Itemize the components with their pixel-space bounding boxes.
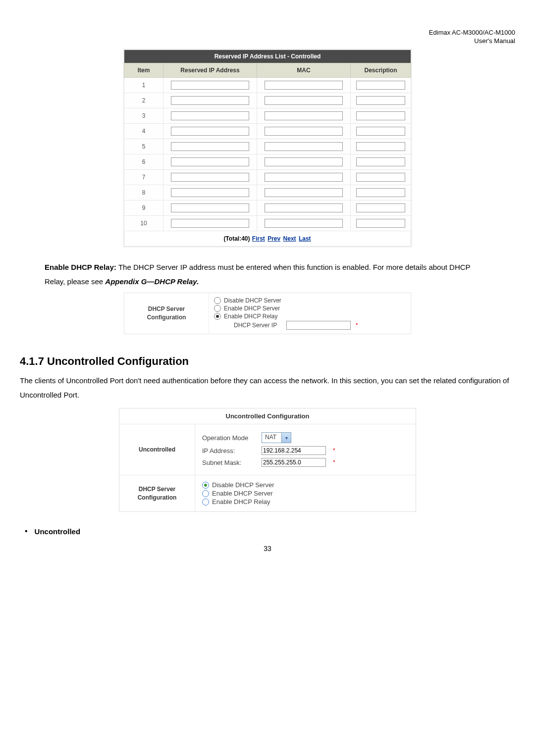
radio-icon bbox=[214, 305, 221, 312]
row-index: 2 bbox=[124, 93, 163, 108]
dhcp-config-options: Disable DHCP Server Enable DHCP Server E… bbox=[195, 475, 416, 512]
dhcp-config-label: DHCP Server Configuration bbox=[119, 475, 195, 512]
pager: (Total:40) First Prev Next Last bbox=[124, 231, 411, 247]
desc-input[interactable] bbox=[356, 203, 405, 212]
ip-input[interactable] bbox=[171, 188, 249, 197]
bullet-item: • Uncontrolled bbox=[25, 527, 515, 536]
dhcp-relay-options: Disable DHCP Server Enable DHCP Server E… bbox=[209, 293, 411, 334]
col-desc: Description bbox=[351, 63, 411, 78]
opmode-select[interactable]: NAT ▾ bbox=[262, 432, 291, 443]
desc-input[interactable] bbox=[356, 219, 405, 228]
dhcp-relay-label: DHCP Server Configuration bbox=[124, 293, 209, 334]
pager-total: (Total:40) bbox=[223, 235, 250, 242]
page-number: 33 bbox=[20, 545, 515, 553]
ip-input[interactable] bbox=[171, 142, 249, 151]
bullet-icon: • bbox=[25, 527, 28, 536]
relay-paragraph: Enable DHCP Relay: The DHCP Server IP ad… bbox=[45, 260, 490, 289]
dhcp-server-ip-label: DHCP Server IP bbox=[234, 322, 283, 329]
ip-input[interactable] bbox=[171, 203, 249, 212]
bullet-text: Uncontrolled bbox=[35, 527, 81, 536]
ip-input[interactable] bbox=[171, 81, 249, 90]
mac-input[interactable] bbox=[265, 96, 343, 105]
row-index: 7 bbox=[124, 170, 163, 185]
pager-first[interactable]: First bbox=[252, 235, 265, 242]
col-mac: MAC bbox=[257, 63, 351, 78]
opmode-label: Operation Mode bbox=[202, 434, 257, 442]
desc-input[interactable] bbox=[356, 127, 405, 136]
radio-enable-relay[interactable]: Enable DHCP Relay bbox=[214, 313, 406, 320]
ip-input[interactable] bbox=[171, 127, 249, 136]
desc-input[interactable] bbox=[356, 96, 405, 105]
row-index: 4 bbox=[124, 124, 163, 139]
row-index: 5 bbox=[124, 139, 163, 154]
doc-header: Edimax AC-M3000/AC-M1000 User's Manual bbox=[429, 29, 515, 46]
row-index: 8 bbox=[124, 185, 163, 201]
dhcp-server-ip-input[interactable] bbox=[286, 321, 351, 330]
relay-appendix: Appendix G—DHCP Relay. bbox=[105, 277, 199, 286]
ip-input[interactable] bbox=[171, 173, 249, 182]
uncontrolled-title: Uncontrolled Configuration bbox=[119, 408, 416, 424]
mac-input[interactable] bbox=[265, 142, 343, 151]
radio-enable-dhcp[interactable]: Enable DHCP Server bbox=[202, 490, 409, 497]
ip-input[interactable] bbox=[171, 111, 249, 120]
manual-label: User's Manual bbox=[429, 37, 515, 46]
radio-disable-dhcp[interactable]: Disable DHCP Server bbox=[202, 481, 409, 489]
mask-input[interactable] bbox=[262, 458, 326, 467]
desc-input[interactable] bbox=[356, 188, 405, 197]
desc-input[interactable] bbox=[356, 173, 405, 182]
mac-input[interactable] bbox=[265, 203, 343, 212]
chevron-down-icon: ▾ bbox=[281, 433, 291, 443]
reserved-ip-table: Reserved IP Address List - Controlled It… bbox=[124, 50, 411, 247]
opmode-value: NAT bbox=[262, 433, 281, 443]
pager-next[interactable]: Next bbox=[283, 235, 296, 242]
ip-input[interactable] bbox=[171, 157, 249, 166]
col-item: Item bbox=[124, 63, 163, 78]
product-name: Edimax AC-M3000/AC-M1000 bbox=[429, 29, 515, 37]
ip-input[interactable] bbox=[171, 219, 249, 228]
section-paragraph: The clients of Uncontrolled Port don't n… bbox=[20, 374, 515, 402]
row-index: 3 bbox=[124, 108, 163, 124]
desc-input[interactable] bbox=[356, 157, 405, 166]
ip-input[interactable] bbox=[171, 96, 249, 105]
dhcp-relay-panel: DHCP Server Configuration Disable DHCP S… bbox=[124, 293, 411, 334]
row-index: 9 bbox=[124, 201, 163, 216]
mac-input[interactable] bbox=[265, 173, 343, 182]
row-index: 1 bbox=[124, 78, 163, 93]
radio-icon bbox=[202, 499, 209, 505]
required-star: * bbox=[333, 459, 335, 466]
desc-input[interactable] bbox=[356, 111, 405, 120]
relay-lead: Enable DHCP Relay: bbox=[45, 263, 118, 271]
desc-input[interactable] bbox=[356, 142, 405, 151]
uncontrolled-row-label: Uncontrolled bbox=[119, 424, 195, 475]
row-index: 6 bbox=[124, 154, 163, 170]
radio-enable-dhcp[interactable]: Enable DHCP Server bbox=[214, 305, 406, 312]
mac-input[interactable] bbox=[265, 157, 343, 166]
radio-disable-dhcp[interactable]: Disable DHCP Server bbox=[214, 297, 406, 304]
row-index: 10 bbox=[124, 216, 163, 231]
uncontrolled-settings: Operation Mode NAT ▾ IP Address: * Subne… bbox=[195, 424, 416, 475]
uncontrolled-panel: Uncontrolled Configuration Uncontrolled … bbox=[119, 408, 416, 512]
mac-input[interactable] bbox=[265, 188, 343, 197]
pager-prev[interactable]: Prev bbox=[268, 235, 280, 242]
dhcp-server-ip-row: DHCP Server IP * bbox=[234, 321, 406, 330]
desc-input[interactable] bbox=[356, 81, 405, 90]
mac-input[interactable] bbox=[265, 219, 343, 228]
mac-input[interactable] bbox=[265, 127, 343, 136]
reserved-title: Reserved IP Address List - Controlled bbox=[124, 50, 411, 63]
radio-icon bbox=[202, 490, 209, 497]
mac-input[interactable] bbox=[265, 111, 343, 120]
col-ip: Reserved IP Address bbox=[163, 63, 257, 78]
radio-icon bbox=[214, 313, 221, 320]
ip-label: IP Address: bbox=[202, 447, 257, 454]
radio-icon bbox=[214, 297, 221, 304]
radio-enable-relay[interactable]: Enable DHCP Relay bbox=[202, 498, 409, 505]
required-star: * bbox=[333, 447, 335, 454]
mac-input[interactable] bbox=[265, 81, 343, 90]
ip-input[interactable] bbox=[262, 446, 326, 455]
pager-last[interactable]: Last bbox=[299, 235, 311, 242]
section-heading: 4.1.7 Uncontrolled Configuration bbox=[20, 355, 515, 368]
mask-label: Subnet Mask: bbox=[202, 459, 257, 466]
radio-icon bbox=[202, 482, 209, 489]
required-star: * bbox=[356, 322, 358, 329]
